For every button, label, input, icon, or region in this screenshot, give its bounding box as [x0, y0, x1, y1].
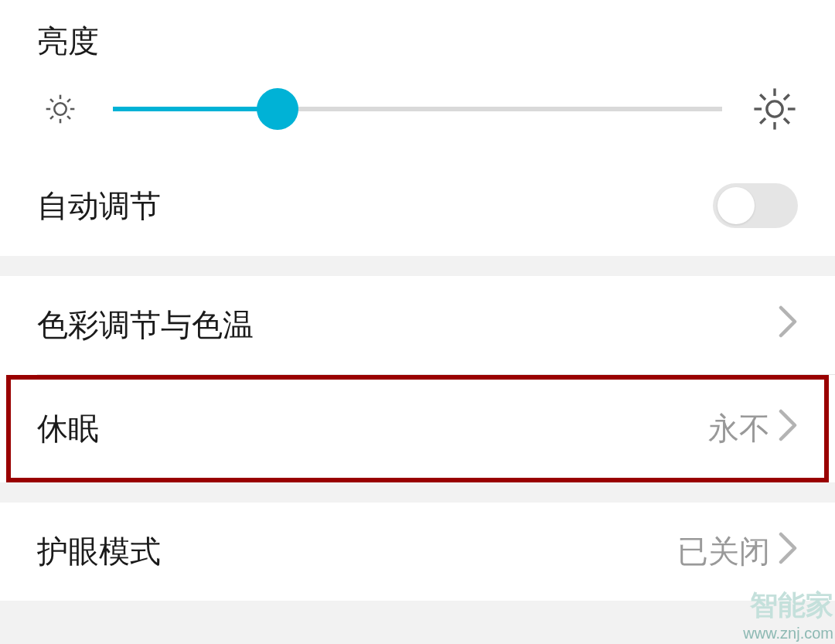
eye-comfort-label: 护眼模式 — [37, 530, 161, 573]
svg-line-7 — [50, 116, 53, 119]
slider-track — [113, 107, 722, 111]
sleep-value-wrap: 永不 — [708, 407, 798, 450]
svg-line-17 — [784, 94, 789, 100]
svg-line-15 — [784, 118, 789, 124]
svg-point-0 — [54, 103, 66, 114]
sleep-row-highlight: 休眠 永不 — [6, 375, 829, 482]
eye-comfort-section: 护眼模式 已关闭 — [0, 503, 835, 601]
brightness-slider[interactable] — [113, 90, 722, 128]
slider-fill — [113, 107, 278, 111]
sleep-label: 休眠 — [37, 407, 99, 450]
sleep-value: 永不 — [708, 407, 770, 450]
section-gap — [0, 256, 835, 276]
svg-line-16 — [760, 118, 765, 124]
auto-adjust-toggle[interactable] — [713, 183, 798, 228]
watermark: 智能家 www.znj.com — [743, 587, 833, 642]
auto-adjust-label: 自动调节 — [37, 185, 161, 227]
auto-adjust-row: 自动调节 — [0, 155, 835, 256]
svg-line-6 — [67, 116, 70, 119]
brightness-section: 亮度 — [0, 0, 835, 256]
watermark-url: www.znj.com — [743, 625, 833, 642]
watermark-main: 智能家 — [743, 587, 833, 625]
color-temp-label: 色彩调节与色温 — [37, 304, 254, 346]
color-temp-row[interactable]: 色彩调节与色温 — [0, 276, 835, 374]
brightness-slider-row — [0, 86, 835, 155]
toggle-knob — [717, 187, 755, 224]
eye-comfort-value-wrap: 已关闭 — [677, 530, 798, 573]
svg-point-9 — [767, 101, 782, 117]
sleep-row[interactable]: 休眠 永不 — [11, 380, 824, 478]
slider-thumb[interactable] — [257, 88, 298, 130]
chevron-right-icon — [778, 305, 798, 345]
color-sleep-section: 色彩调节与色温 休眠 永不 — [0, 276, 835, 482]
brightness-low-icon — [37, 86, 84, 132]
svg-line-5 — [50, 99, 53, 102]
color-temp-chevron-wrap — [778, 305, 798, 345]
section-gap — [0, 482, 835, 503]
eye-comfort-row[interactable]: 护眼模式 已关闭 — [0, 503, 835, 601]
brightness-title: 亮度 — [0, 8, 835, 86]
chevron-right-icon — [778, 532, 798, 571]
svg-line-14 — [760, 94, 765, 100]
eye-comfort-value: 已关闭 — [677, 530, 770, 573]
chevron-right-icon — [778, 409, 798, 448]
brightness-high-icon — [752, 86, 798, 132]
svg-line-8 — [67, 99, 70, 102]
